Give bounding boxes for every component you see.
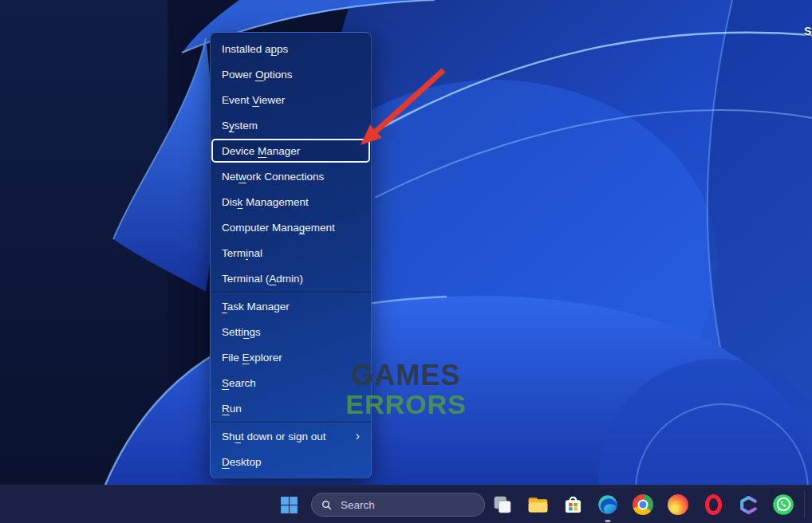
dev-home-button[interactable] [734, 490, 763, 519]
menu-item-task-manager[interactable]: Task Manager [211, 293, 371, 319]
menu-item-settings[interactable]: Settings [211, 319, 371, 344]
windows-logo-icon [279, 495, 299, 515]
whatsapp-icon [772, 494, 794, 516]
firefox-button[interactable] [664, 490, 692, 519]
menu-item-run-label: Run [222, 403, 242, 415]
file-explorer-button[interactable] [523, 490, 552, 519]
menu-item-desktop-label: Desktop [222, 456, 262, 468]
menu-item-search[interactable]: Search [211, 370, 371, 395]
menu-item-installed-apps[interactable]: Installed apps [211, 36, 371, 61]
search-input[interactable] [339, 498, 475, 512]
taskbar-search-box[interactable] [311, 493, 485, 517]
menu-item-system[interactable]: System [211, 112, 371, 138]
menu-item-terminal-label: Terminal [222, 247, 262, 259]
menu-item-task-manager-label: Task Manager [222, 301, 290, 313]
menu-item-disk-management-label: Disk Management [222, 196, 309, 208]
search-icon [321, 499, 332, 511]
menu-item-power-options[interactable]: Power Options [211, 61, 371, 87]
menu-item-network-connections[interactable]: Network Connections [211, 163, 371, 189]
menu-item-computer-management[interactable]: Computer Management [211, 214, 371, 240]
menu-item-installed-apps-label: Installed apps [222, 43, 288, 55]
menu-item-device-manager[interactable]: Device Manager [211, 138, 371, 163]
desktop-wallpaper [0, 0, 812, 485]
whatsapp-button[interactable] [769, 490, 798, 519]
menu-item-device-manager-label: Device Manager [222, 145, 300, 157]
menu-item-network-connections-label: Network Connections [222, 171, 324, 183]
opera-icon [705, 494, 722, 515]
edge-button[interactable] [593, 490, 622, 519]
taskbar-app-icons [488, 490, 798, 519]
file-explorer-icon [527, 494, 549, 516]
menu-item-terminal[interactable]: Terminal [211, 240, 371, 265]
winx-context-menu: Installed apps Power Options Event Viewe… [210, 32, 372, 478]
taskbar [0, 485, 812, 523]
menu-item-shut-down-or-sign-out-label: Shut down or sign out [222, 431, 326, 442]
menu-item-search-label: Search [222, 377, 256, 389]
menu-item-shut-down-or-sign-out[interactable]: Shut down or sign out › [211, 423, 371, 449]
menu-item-event-viewer-label: Event Viewer [222, 94, 285, 106]
taskbar-end-divider [804, 490, 805, 518]
chrome-button[interactable] [629, 490, 657, 519]
task-view-icon [492, 494, 513, 515]
opera-button[interactable] [699, 490, 727, 519]
menu-item-computer-management-label: Computer Management [222, 222, 335, 234]
submenu-chevron-icon: › [356, 430, 360, 442]
microsoft-store-button[interactable] [558, 490, 587, 519]
edge-icon [597, 494, 619, 516]
task-view-button[interactable] [488, 490, 517, 519]
menu-item-event-viewer[interactable]: Event Viewer [211, 87, 371, 112]
chrome-icon [633, 494, 653, 515]
start-button[interactable] [273, 490, 305, 519]
menu-item-terminal-admin-label: Terminal (Admin) [222, 273, 303, 285]
menu-item-run[interactable]: Run [211, 395, 371, 421]
menu-item-desktop[interactable]: Desktop [211, 449, 371, 474]
microsoft-store-icon [562, 494, 584, 516]
menu-item-power-options-label: Power Options [222, 69, 293, 81]
menu-separator [211, 422, 371, 423]
desktop-icon-label-cutoff: S [804, 25, 811, 37]
menu-separator [211, 292, 371, 293]
menu-item-file-explorer[interactable]: File Explorer [211, 344, 371, 370]
menu-item-file-explorer-label: File Explorer [222, 352, 282, 364]
dev-home-icon [738, 494, 759, 516]
menu-item-terminal-admin[interactable]: Terminal (Admin) [211, 265, 371, 291]
menu-item-disk-management[interactable]: Disk Management [211, 189, 371, 214]
firefox-icon [668, 494, 688, 515]
menu-item-system-label: System [222, 120, 258, 132]
running-indicator [605, 520, 611, 522]
menu-item-settings-label: Settings [222, 326, 261, 338]
